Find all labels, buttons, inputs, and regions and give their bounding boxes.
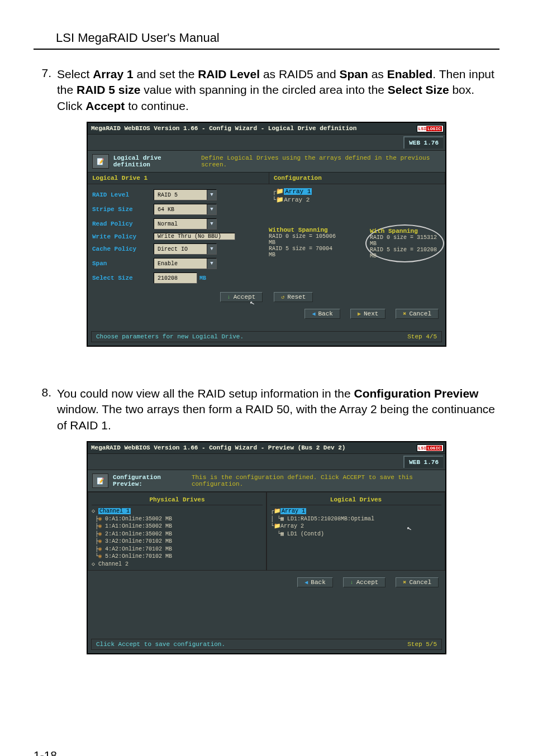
drive-1[interactable]: 1:A1:Online:35002 MB — [105, 523, 172, 529]
step-7-number: 7. — [34, 66, 54, 114]
figure-2: MegaRAID WebBIOS Version 1.66 - Config W… — [34, 441, 499, 654]
step-indicator: Step 4/5 — [407, 333, 437, 340]
drive-3[interactable]: 3:A2:Online:70102 MB — [105, 538, 172, 544]
channel-2-node[interactable]: Channel 2 — [98, 561, 129, 567]
wizard-icon: 📝 — [92, 473, 108, 488]
web-version-badge: WEB 1.76 — [403, 456, 443, 468]
status-text: Click Accept to save configuration. — [96, 641, 225, 648]
accept-button[interactable]: ↓Accept — [343, 577, 386, 587]
without-spanning-title: Without Spanning — [269, 227, 341, 233]
read-policy-select[interactable]: Normal ▼ — [154, 218, 217, 229]
raid-level-value: RAID 5 — [154, 192, 207, 198]
drive-5[interactable]: 5:A2:Online:70102 MB — [105, 553, 172, 559]
span-label: Span — [92, 260, 154, 267]
back-button[interactable]: ◀Back — [297, 577, 332, 587]
step-7-text: Select Array 1 and set the RAID Level as… — [54, 66, 499, 114]
step-8: 8. You could now view all the RAID setup… — [34, 386, 499, 433]
header-rule — [34, 49, 499, 50]
select-size-unit: MB — [199, 275, 206, 281]
read-policy-label: Read Policy — [92, 221, 154, 227]
chevron-down-icon[interactable]: ▼ — [207, 259, 216, 269]
span-value: Enable — [154, 261, 207, 267]
select-size-label: Select Size — [92, 275, 154, 281]
array-1-node[interactable]: Array 1 — [280, 508, 306, 514]
web-version-badge: WEB 1.76 — [403, 136, 443, 149]
logical-drive-panel-header: Logical Drive 1 — [88, 173, 269, 184]
with-spanning-raid5: RAID 5 size = 210208 MB — [370, 247, 440, 259]
figure-1: MegaRAID WebBIOS Version 1.66 - Config W… — [34, 122, 499, 347]
next-button[interactable]: ▶Next — [350, 309, 386, 319]
write-policy-label: Write Policy — [92, 233, 154, 240]
step-indicator: Step 5/5 — [407, 641, 437, 648]
status-bar: Click Accept to save configuration. Step… — [91, 639, 442, 650]
cancel-button[interactable]: ✖Cancel — [396, 577, 439, 587]
subheader-label: Logical drive definition — [113, 155, 196, 168]
array-tree[interactable]: ┌📁Array 1 └📁Array 2 — [269, 188, 441, 219]
array-2-node[interactable]: Array 2 — [280, 523, 304, 529]
subheader-bar: 📝 Logical drive definition Define Logica… — [88, 150, 445, 173]
back-button[interactable]: ◀Back — [304, 309, 340, 319]
logical-drive-form: RAID Level RAID 5 ▼ Stripe Size 64 KB ▼ — [88, 184, 264, 289]
without-spanning-raid5: RAID 5 size = 70004 MB — [269, 246, 341, 258]
cancel-button[interactable]: ✖Cancel — [396, 309, 439, 319]
lsi-logo-badge: LSILOGIC — [417, 444, 444, 452]
step-8-text: You could now view all the RAID setup in… — [54, 386, 499, 433]
select-size-input[interactable] — [154, 272, 197, 284]
drive-2[interactable]: 2:A1:Online:35002 MB — [105, 531, 172, 537]
stripe-size-label: Stripe Size — [92, 206, 154, 213]
preview-window: MegaRAID WebBIOS Version 1.66 - Config W… — [87, 441, 446, 654]
title-bar: MegaRAID WebBIOS Version 1.66 - Config W… — [88, 442, 445, 454]
reset-button[interactable]: ↺Reset — [274, 292, 313, 302]
title-bar: MegaRAID WebBIOS Version 1.66 - Config W… — [88, 123, 445, 135]
read-policy-value: Normal — [154, 221, 207, 227]
step-8-number: 8. — [34, 386, 54, 433]
configuration-panel-header: Configuration — [269, 173, 445, 184]
chevron-down-icon[interactable]: ▼ — [207, 219, 216, 229]
subheader-description: This is the configuration defined. Click… — [192, 474, 441, 487]
accept-button[interactable]: ↓Accept — [220, 292, 263, 302]
logical-drives-header: Logical Drives — [270, 495, 441, 505]
physical-drives-header: Physical Drives — [92, 495, 263, 505]
spanning-info: Without Spanning RAID 0 size = 105006 MB… — [269, 227, 441, 260]
subheader-description: Define Logical Drives using the arrays d… — [201, 155, 441, 168]
subheader-bar: 📝 Configuration Preview: This is the con… — [88, 470, 445, 492]
chevron-down-icon[interactable]: ▼ — [207, 190, 216, 200]
raid-level-select[interactable]: RAID 5 ▼ — [154, 189, 217, 200]
array-1-node[interactable]: Array 1 — [284, 188, 312, 195]
cache-policy-label: Cache Policy — [92, 246, 154, 252]
status-bar: Choose parameters for new Logical Drive.… — [91, 331, 442, 342]
chevron-down-icon[interactable]: ▼ — [207, 244, 216, 254]
wizard-icon: 📝 — [92, 154, 109, 169]
without-spanning-col: Without Spanning RAID 0 size = 105006 MB… — [269, 227, 341, 260]
configuration-panel: ┌📁Array 1 └📁Array 2 Without Spanning RAI… — [264, 184, 445, 289]
drive-0[interactable]: 0:A1:Online:35002 MB — [105, 516, 172, 522]
window-title: MegaRAID WebBIOS Version 1.66 - Config W… — [88, 442, 415, 453]
lsi-logo-badge: LSILOGIC — [417, 125, 444, 132]
write-policy-value: Write Thru (No BBU) — [154, 233, 235, 240]
span-select[interactable]: Enable ▼ — [154, 258, 217, 269]
page-number: 1-18 — [34, 749, 57, 756]
cache-policy-select[interactable]: Direct IO ▼ — [154, 243, 217, 255]
with-spanning-col: With Spanning RAID 0 size = 315312 MB RA… — [369, 227, 441, 260]
cache-policy-value: Direct IO — [154, 246, 207, 252]
stripe-size-value: 64 KB — [154, 207, 207, 213]
ld1-contd-node[interactable]: LD1 (Contd) — [287, 531, 324, 537]
write-policy-select[interactable]: Write Thru (No BBU) — [154, 233, 235, 240]
raid-level-label: RAID Level — [92, 192, 154, 198]
with-spanning-title: With Spanning — [370, 228, 440, 235]
stripe-size-select[interactable]: 64 KB ▼ — [154, 204, 217, 215]
drive-4[interactable]: 4:A2:Online:70102 MB — [105, 546, 172, 552]
config-wizard-window: MegaRAID WebBIOS Version 1.66 - Config W… — [87, 122, 446, 347]
channel-1-node[interactable]: Channel 1 — [98, 508, 131, 514]
without-spanning-raid0: RAID 0 size = 105006 MB — [269, 233, 341, 246]
ld1-node[interactable]: LD1:RAID5:210208MB:Optimal — [287, 516, 374, 522]
array-2-node[interactable]: Array 2 — [284, 197, 310, 203]
subheader-label: Configuration Preview: — [113, 474, 186, 487]
status-text: Choose parameters for new Logical Drive. — [96, 333, 244, 340]
window-title: MegaRAID WebBIOS Version 1.66 - Config W… — [88, 123, 415, 134]
running-header: LSI MegaRAID User's Manual — [56, 31, 499, 45]
step-7: 7. Select Array 1 and set the RAID Level… — [34, 66, 499, 114]
with-spanning-raid0: RAID 0 size = 315312 MB — [370, 235, 440, 247]
physical-drives-panel: Physical Drives ◇ Channel 1 ├◉ 0:A1:Onli… — [88, 492, 266, 571]
chevron-down-icon[interactable]: ▼ — [207, 204, 216, 214]
